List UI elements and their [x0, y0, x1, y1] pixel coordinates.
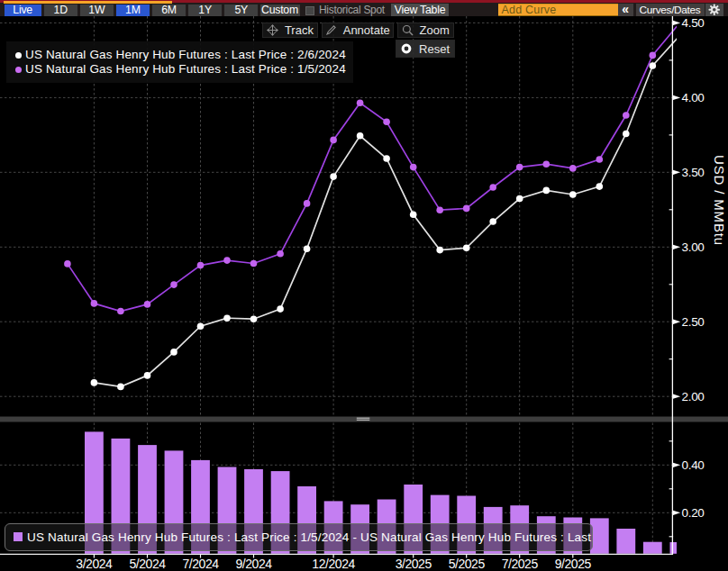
svg-text:3/2024: 3/2024: [76, 557, 113, 571]
svg-text:3.50: 3.50: [682, 166, 705, 179]
svg-text:7/2025: 7/2025: [502, 557, 539, 571]
svg-text:9/2025: 9/2025: [555, 557, 592, 571]
svg-text:0.40: 0.40: [682, 458, 705, 472]
svg-text:4.00: 4.00: [682, 91, 705, 104]
svg-text:2.00: 2.00: [682, 390, 705, 403]
svg-text:7/2024: 7/2024: [182, 557, 219, 571]
svg-text:0.20: 0.20: [682, 506, 705, 520]
svg-text:3/2025: 3/2025: [396, 557, 432, 571]
svg-text:12/2024: 12/2024: [312, 557, 355, 571]
svg-text:5/2025: 5/2025: [449, 557, 486, 571]
svg-text:5/2024: 5/2024: [129, 557, 166, 571]
svg-text:4.50: 4.50: [682, 16, 705, 30]
svg-text:3.00: 3.00: [682, 240, 705, 254]
svg-text:2.50: 2.50: [682, 315, 705, 329]
svg-text:9/2024: 9/2024: [235, 557, 272, 571]
